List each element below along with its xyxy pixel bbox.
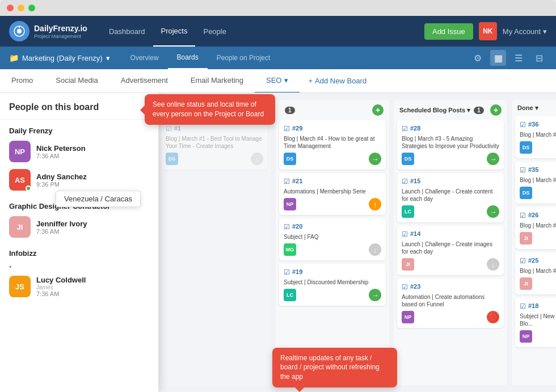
card-21[interactable]: ☑ #21 Automations | Membership Serie NP … (279, 173, 386, 215)
minimize-dot[interactable] (18, 5, 24, 11)
logo-name: DailyFrenzy.io (34, 24, 87, 33)
card-18-avatar: NP (520, 330, 532, 343)
card-29-avatar: DS (284, 153, 296, 165)
card-14-action[interactable]: ↓ (487, 258, 499, 271)
card-23-action[interactable]: 🚫 (487, 311, 499, 323)
tab-advertisement[interactable]: Advertisement (109, 69, 179, 93)
top-nav: DailyFrenzy.io Project Management Dashbo… (0, 16, 556, 47)
folder-icon: 📁 (9, 53, 19, 62)
card-19[interactable]: ☑ #19 Subject | Discounted Membership LC… (279, 264, 386, 306)
card-18[interactable]: ☑ #18 Subject | New Blo... NP (515, 298, 556, 347)
col2-add-btn[interactable]: + (372, 104, 384, 116)
card-14[interactable]: ☑ #14 Launch | Challenge - Create images… (397, 226, 504, 275)
person-nick-peterson: NP Nick Peterson 7:36 AM (9, 141, 149, 162)
add-board-button[interactable]: + Add New Board (302, 77, 374, 85)
jenniffer-time: 7:36 AM (36, 228, 149, 235)
col3-count: 1 (474, 107, 484, 114)
main-nav: Dashboard Projects People (101, 16, 234, 47)
col4-title-dropdown[interactable]: Done ▾ (517, 104, 538, 112)
project-title[interactable]: 📁 Marketing (Daily Frenzy) ▾ (9, 53, 110, 62)
close-dot[interactable] (7, 5, 14, 11)
card-19-avatar: LC (284, 289, 296, 301)
subnav-boards[interactable]: Boards (168, 47, 208, 69)
card-14-avatar: JI (402, 258, 414, 271)
adny-time: 9:36 PM (36, 181, 149, 188)
online-indicator (26, 186, 31, 191)
tab-social-media[interactable]: Social Media (44, 69, 109, 93)
card-20-action[interactable]: ↓ (369, 243, 381, 256)
card-25[interactable]: ☑ #25 Blog | March #2 - JI (515, 252, 556, 294)
lucy-sub: James (36, 284, 149, 290)
jenniffer-name: Jenniffer Ivory (36, 220, 149, 228)
nav-dashboard[interactable]: Dashboard (101, 16, 153, 47)
card-29[interactable]: ☑ #29 Blog | March #4 - How to be great … (279, 120, 386, 170)
person-adny-sanchez: AS Adny Sanchez 9:36 PM (9, 169, 149, 191)
col3-title-dropdown[interactable]: Scheduled Blog Posts ▾ (399, 107, 470, 114)
location-tooltip: Venezuela / Caracas (56, 191, 141, 207)
svg-point-1 (17, 29, 22, 33)
card-19-action[interactable]: → (369, 289, 381, 301)
logo-sub: Project Management (34, 33, 87, 39)
card-check-icon: ☑ (166, 125, 172, 133)
card-15-action[interactable]: → (487, 205, 499, 218)
card-23[interactable]: ☑ #23 Automation | Create automations ba… (397, 279, 504, 328)
card-29-action[interactable]: → (369, 153, 381, 165)
sub-nav-links: Overview Boards People on Project (121, 47, 470, 69)
adny-name: Adny Sanchez (36, 172, 149, 181)
card-1[interactable]: ☑ #1 Blog | March #1 - Best Tool to Mana… (161, 120, 268, 170)
col3-add-btn[interactable]: + (490, 104, 502, 116)
filter-icon[interactable]: ⊟ (531, 50, 547, 66)
board-view-icon[interactable]: ▦ (490, 50, 506, 66)
add-issue-button[interactable]: Add Issue (424, 23, 473, 40)
plus-icon: + (309, 77, 313, 85)
nav-projects[interactable]: Projects (153, 16, 196, 47)
subnav-people[interactable]: People on Project (208, 47, 280, 69)
person-lucy-coldwell: JS Lucy Coldwell James 7:36 AM (9, 276, 149, 297)
seo-dropdown-arrow: ▾ (284, 76, 288, 85)
jenniffer-avatar: JI (9, 216, 31, 238)
card-20-avatar: MG (284, 243, 296, 256)
annotation-bubble-1: See online status and local time of ever… (145, 94, 275, 125)
list-view-icon[interactable]: ☰ (511, 50, 526, 66)
subnav-overview[interactable]: Overview (121, 47, 168, 69)
card-28[interactable]: ☑ #28 Blog | March #3 - 5 Amazing Strate… (397, 120, 504, 170)
lucy-avatar: JS (9, 276, 31, 297)
card-28-action[interactable]: → (487, 153, 499, 165)
infobizz-dot: • (9, 263, 149, 271)
window-chrome (0, 0, 556, 16)
sub-nav: 📁 Marketing (Daily Frenzy) ▾ Overview Bo… (0, 47, 556, 69)
col2-count: 1 (285, 107, 295, 114)
card-35[interactable]: ☑ #35 Blog | March #2 DS (515, 162, 556, 204)
logo-area[interactable]: DailyFrenzy.io Project Management (9, 21, 87, 41)
card-28-avatar: DS (402, 153, 414, 165)
lucy-time: 7:36 AM (36, 290, 149, 297)
board-tabs: Promo Social Media Advertisement Email M… (0, 69, 556, 93)
column-header-review: 1 + (276, 100, 389, 120)
card-15-avatar: LC (402, 205, 414, 218)
col4-cards: ☑ #36 Blog | March #1 DS ☑ #35 Blog | Ma… (512, 116, 556, 351)
adny-avatar: AS (9, 169, 31, 191)
people-panel-body: Daily Frenzy NP Nick Peterson 7:36 AM AS… (0, 120, 158, 385)
nav-right: Add Issue NK My Account ▾ (424, 22, 547, 40)
tab-seo[interactable]: SEO ▾ (255, 69, 299, 93)
tab-promo[interactable]: Promo (0, 69, 44, 93)
nav-people[interactable]: People (195, 16, 234, 47)
nick-time: 7:36 AM (36, 153, 149, 159)
maximize-dot[interactable] (28, 5, 35, 11)
person-jenniffer-ivory: JI Jenniffer Ivory 7:36 AM (9, 216, 149, 238)
card-36[interactable]: ☑ #36 Blog | March #1 DS (515, 116, 556, 158)
my-account-menu[interactable]: My Account ▾ (503, 27, 547, 36)
settings-icon[interactable]: ⚙ (470, 50, 486, 66)
card-26[interactable]: ☑ #26 Blog | March #3 - JI (515, 207, 556, 249)
column-in-progress: In Progress 1 + ☑ #1 Blog | March #1 - B… (158, 100, 271, 385)
card-21-action[interactable]: ↑ (369, 198, 381, 210)
column-scheduled: Scheduled Blog Posts ▾ 1 + ☑ #28 Blog | … (394, 100, 507, 385)
sub-nav-icons: ⚙ ▦ ☰ ⊟ (470, 50, 547, 66)
card-20[interactable]: ☑ #20 Subject | FAQ MG ↓ (279, 218, 386, 260)
card-action[interactable]: ↓ (251, 153, 263, 165)
card-15[interactable]: ☑ #15 Launch | Challenge - Create conten… (397, 173, 504, 222)
group-infobizz: Infobizz (9, 249, 149, 258)
tab-email-marketing[interactable]: Email Marketing (179, 69, 255, 93)
user-avatar-btn[interactable]: NK (479, 22, 497, 40)
card-21-avatar: NP (284, 198, 296, 210)
